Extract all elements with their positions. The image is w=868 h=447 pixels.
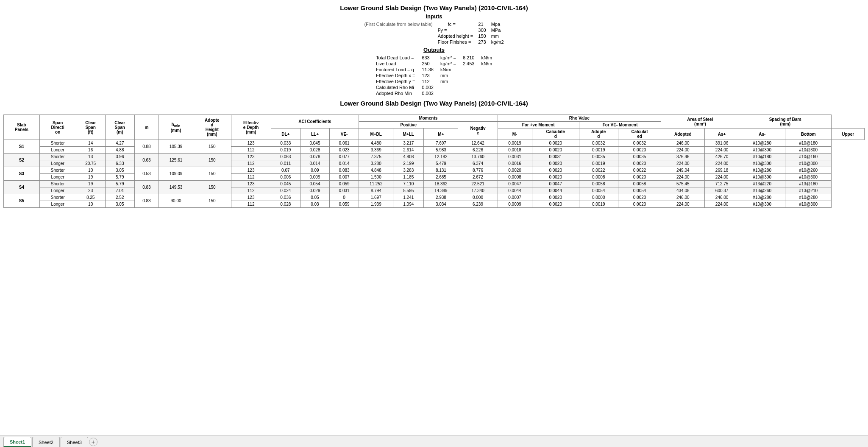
table-row: Longer195.791120.0060.0090.0071.5001.185…	[4, 174, 865, 181]
th-mll: M+LL	[393, 129, 424, 140]
table-row: Longer164.881120.0190.0280.0233.3692.614…	[4, 147, 865, 154]
cell-upper: #10@160	[785, 154, 832, 160]
cell-as-plus: 434.08	[661, 187, 705, 194]
cell-ll: 0.028	[300, 147, 329, 154]
th-for-neg-moment: For VE- Momoent	[579, 122, 661, 129]
table-row: Longer20.756.331120.0110.0140.0143.2802.…	[4, 160, 865, 167]
cell-adp-neg: 0.0054	[618, 187, 661, 194]
cell-calc-neg: 0.0054	[579, 187, 618, 194]
cell-adp-pos: 0.0020	[532, 147, 579, 154]
cell-calc-pos: 0.0044	[498, 187, 532, 194]
inputs-title: Inputs	[8, 13, 860, 20]
cell-calc-neg: 0.0022	[579, 167, 618, 174]
table-row: S1Shorter144.270.88105.391501230.0330.04…	[4, 140, 865, 147]
cell-calc-neg: 0.0032	[579, 140, 618, 147]
table-main-title: Lower Ground Slab Design (Two Way Panels…	[8, 100, 860, 107]
cell-hmin-merged: 109.09	[159, 167, 193, 181]
cell-as-plus: 224.00	[661, 174, 705, 181]
cell-ll: 0.03	[300, 201, 329, 208]
tab-sheet2[interactable]: Sheet2	[32, 437, 60, 447]
cell-ll: 0.09	[300, 167, 329, 174]
th-ll: LL+	[300, 129, 329, 140]
th-moments-group: Moments	[359, 115, 498, 122]
cell-m-merged: 0.83	[134, 181, 159, 194]
cell-eff-depth: 112	[231, 147, 271, 154]
cell-adp-neg: 0.0020	[618, 174, 661, 181]
cell-eff-depth: 123	[231, 181, 271, 187]
th-ve: VE-	[330, 129, 359, 140]
tab-sheet1[interactable]: Sheet1	[3, 437, 31, 447]
cell-clear-m: 3.96	[105, 154, 134, 160]
cell-clear-m: 5.79	[105, 181, 134, 187]
cell-slab-name: S1	[4, 140, 40, 154]
th-for-pos-moment: For +ve Moment	[498, 122, 579, 129]
cell-eff-depth: 123	[231, 140, 271, 147]
cell-upper: #10@280	[785, 194, 832, 201]
th-eff-depth: Effective Depth(mm)	[231, 115, 271, 140]
th-dl: DL+	[271, 129, 300, 140]
cell-ve: 0.061	[330, 140, 359, 147]
cell-as-minus: 246.00	[705, 194, 739, 201]
cell-bottom: #10@280	[739, 194, 785, 201]
tdl-v2: 6.210	[459, 55, 478, 61]
cell-hmin-merged: 149.53	[159, 181, 193, 194]
cell-mll: 2.614	[393, 147, 424, 154]
cell-bottom: #10@300	[739, 201, 785, 208]
cell-clear-ft: 8.25	[76, 194, 105, 201]
table-row: S3Shorter103.050.53109.091501230.070.090…	[4, 167, 865, 174]
tab-add-button[interactable]: +	[89, 438, 97, 446]
cell-dl: 0.036	[271, 194, 300, 201]
tab-sheet3[interactable]: Sheet3	[61, 437, 88, 447]
cell-adp-neg: 0.0035	[618, 154, 661, 160]
cell-mdl: 7.375	[359, 154, 393, 160]
cell-adp-neg: 0.0020	[618, 201, 661, 208]
cell-direction: Shorter	[39, 181, 76, 187]
cell-clear-m: 3.05	[105, 167, 134, 174]
th-m: m	[134, 115, 159, 140]
fy-label: Fy =	[435, 27, 476, 33]
th-span-direction: SpanDirection	[39, 115, 76, 140]
cell-mll: 3.283	[393, 167, 424, 174]
th-as-minus: As-	[739, 129, 785, 140]
cell-direction: Shorter	[39, 140, 76, 147]
cell-mll: 3.217	[393, 140, 424, 147]
ll-v2: 2.453	[459, 61, 478, 67]
ll-v1: 250	[418, 61, 437, 67]
cell-adp-pos: 0.0020	[532, 194, 579, 201]
cell-mdl: 3.280	[359, 160, 393, 167]
cell-ll: 0.078	[300, 154, 329, 160]
cell-mdl: 1.697	[359, 194, 393, 201]
edx-unit: mm	[437, 73, 459, 78]
cell-mll: 2.199	[393, 160, 424, 167]
th-calc-neg: Calculated	[618, 129, 661, 140]
cell-bottom: #13@220	[739, 181, 785, 187]
cell-calc-neg: 0.0008	[579, 174, 618, 181]
table-row: S4Shorter195.790.83149.531501230.0450.05…	[4, 181, 865, 187]
cell-mdl: 1.500	[359, 174, 393, 181]
cell-clear-ft: 14	[76, 140, 105, 147]
cell-direction: Shorter	[39, 167, 76, 174]
cell-adopted-h-merged: 150	[193, 140, 231, 154]
main-title: Lower Ground Slab Design (Two Way Panels…	[8, 4, 860, 11]
fc-value: 21	[476, 21, 488, 27]
cell-clear-ft: 10	[76, 201, 105, 208]
cell-mminus: 0.000	[458, 194, 498, 201]
cell-calc-pos: 0.0018	[498, 147, 532, 154]
cell-slab-name: S2	[4, 154, 40, 167]
th-positive-group: Positive	[359, 122, 458, 129]
cell-ll: 0.045	[300, 140, 329, 147]
cell-adp-neg: 0.0020	[618, 147, 661, 154]
th-hmin: hmin(mm)	[159, 115, 193, 140]
fc-unit: Mpa	[489, 21, 506, 27]
table-row: Longer237.011120.0240.0290.0318.7945.595…	[4, 187, 865, 194]
th-area-steel-group: Area of Steel(mm²)	[661, 115, 739, 129]
th-negative-group: Negative	[458, 122, 498, 140]
main-data-table: SlabPanels SpanDirection ClearSpan(ft) C…	[3, 115, 865, 208]
main-table-wrapper: SlabPanels SpanDirection ClearSpan(ft) C…	[0, 113, 868, 210]
cell-dl: 0.024	[271, 187, 300, 194]
cell-direction: Longer	[39, 147, 76, 154]
cell-clear-m: 6.33	[105, 160, 134, 167]
floor-finishes-value: 273	[476, 39, 488, 45]
th-rho-group: Rho Value	[498, 115, 661, 122]
th-upper: Upper	[832, 129, 865, 140]
